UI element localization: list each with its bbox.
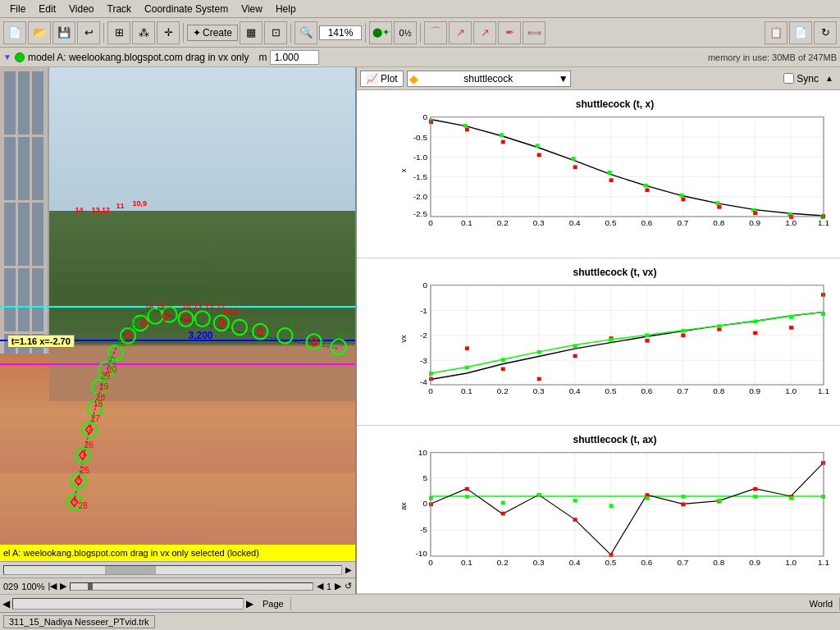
svg-text:0.4: 0.4 [569, 219, 582, 228]
svg-text:14,13,12,11: 14,13,12,11 [182, 303, 226, 312]
video-scrollbar[interactable]: ▶ [0, 561, 355, 578]
menu-video[interactable]: Video [62, 2, 100, 16]
sep5 [420, 23, 421, 43]
svg-rect-166 [537, 350, 541, 354]
plot-tab[interactable]: 📈 Plot [360, 71, 404, 87]
svg-point-15 [232, 320, 247, 336]
svg-rect-170 [681, 329, 685, 333]
menu-edit[interactable]: Edit [32, 2, 62, 16]
star-icon: ✦ [193, 27, 201, 39]
export-btn[interactable]: ⊡ [264, 21, 287, 44]
svg-text:0.3: 0.3 [533, 219, 545, 228]
measure-tool[interactable]: ⟺ [523, 21, 546, 44]
table-button[interactable]: ⊞ [107, 21, 130, 44]
arrow-tool2[interactable]: ↗ [473, 21, 496, 44]
tool2[interactable]: 0½ [394, 21, 417, 44]
svg-text:0: 0 [428, 559, 433, 568]
main-area: 3,200 14 13,12 11 10,9 [0, 67, 840, 594]
play-btn[interactable]: ▶ [60, 581, 66, 591]
svg-rect-167 [573, 344, 578, 348]
video-btn[interactable]: ▦ [240, 21, 262, 44]
m-value-input[interactable] [270, 50, 319, 65]
svg-rect-155 [573, 354, 578, 358]
status-file-btn[interactable]: 311_15_Nadiya Nesseer_PTvid.trk [3, 615, 155, 628]
tool1[interactable]: ⬤✦ [369, 21, 392, 44]
loop-btn[interactable]: ↺ [345, 581, 352, 591]
svg-rect-93 [572, 157, 576, 161]
svg-text:28: 28 [79, 501, 88, 510]
create-button[interactable]: ✦ Create [187, 25, 238, 41]
scroll-arrow-right[interactable]: ▶ [345, 565, 352, 574]
chart-tax-svg: 10 5 0 -5 -10 0 0.1 0.2 0.3 0.4 0.5 0.6 … [398, 449, 832, 568]
svg-text:0.2: 0.2 [497, 559, 509, 568]
video-status-bar: el A: weelookang.blogspot.com drag in vx… [0, 545, 355, 561]
svg-text:0.2: 0.2 [497, 386, 509, 395]
zoom-out-btn[interactable]: 🔍 [294, 21, 317, 44]
svg-text:ax: ax [399, 502, 408, 510]
m-label: m [258, 52, 267, 63]
svg-text:26: 26 [84, 440, 94, 449]
svg-rect-105 [573, 165, 578, 169]
svg-rect-165 [501, 358, 505, 362]
menubar: File Edit Video Track Coordinate System … [0, 0, 840, 18]
svg-text:1.0: 1.0 [785, 559, 797, 568]
svg-marker-27 [183, 314, 189, 322]
svg-text:1.1: 1.1 [818, 559, 829, 568]
expand-plot-btn[interactable]: ▲ [822, 71, 837, 86]
svg-rect-228 [537, 494, 541, 498]
svg-point-17 [277, 328, 292, 344]
scroll-left-arr[interactable]: ◀ [0, 598, 12, 609]
bottom-tabs: ◀ ▶ Page World [0, 594, 840, 612]
svg-rect-171 [717, 324, 721, 328]
page-tab[interactable]: Page [256, 597, 291, 610]
open-button[interactable]: 📂 [28, 21, 51, 44]
data-button[interactable]: ⁂ [132, 21, 155, 44]
svg-text:-2.5: -2.5 [413, 209, 427, 218]
svg-rect-107 [645, 188, 649, 192]
menu-help[interactable]: Help [269, 2, 303, 16]
undo-button[interactable]: ↩ [77, 21, 100, 44]
svg-text:0: 0 [422, 281, 427, 290]
svg-text:-2: -2 [420, 331, 427, 340]
plot-select-dropdown[interactable]: ◆ shuttlecock ▼ [407, 71, 571, 87]
info-btn[interactable]: 📋 [765, 21, 788, 44]
zoom-percent: 100% [21, 582, 44, 591]
curve-tool[interactable]: ⌒ [424, 21, 447, 44]
save-button[interactable]: 💾 [52, 21, 75, 44]
svg-rect-90 [463, 124, 468, 128]
fast-btn[interactable]: ▶ [335, 581, 341, 591]
new-button[interactable]: 📄 [3, 21, 26, 44]
playback-slider[interactable] [70, 582, 313, 591]
sync-checkbox[interactable] [783, 73, 794, 84]
svg-text:-5: -5 [420, 526, 427, 535]
svg-text:-2.0: -2.0 [413, 193, 427, 202]
scroll-thumb[interactable] [105, 566, 156, 574]
refresh-btn[interactable]: ↻ [814, 21, 837, 44]
menu-view[interactable]: View [235, 2, 269, 16]
svg-rect-214 [465, 487, 469, 491]
diamond-icon: ◆ [409, 72, 418, 85]
menu-track[interactable]: Track [101, 2, 139, 16]
menu-coordinate-system[interactable]: Coordinate System [138, 2, 235, 16]
svg-text:10: 10 [418, 449, 427, 457]
svg-rect-152 [465, 346, 469, 350]
bottom-scroll-track[interactable] [12, 598, 244, 609]
svg-text:25: 25 [80, 466, 89, 475]
skip-back-btn[interactable]: |◀ [48, 581, 57, 591]
crosshair-button[interactable]: ✛ [157, 21, 180, 44]
svg-text:0.5: 0.5 [605, 219, 617, 228]
scroll-right-arr[interactable]: ▶ [244, 598, 256, 609]
scroll-track[interactable] [3, 565, 342, 575]
zoom-level[interactable]: 141% [319, 25, 362, 40]
svg-rect-154 [537, 377, 541, 381]
share-btn[interactable]: 📄 [789, 21, 812, 44]
svg-rect-96 [679, 194, 683, 198]
svg-rect-109 [717, 205, 721, 209]
world-tab[interactable]: World [802, 597, 840, 610]
svg-rect-102 [465, 128, 469, 132]
arrow-tool1[interactable]: ↗ [449, 21, 472, 44]
pen-tool[interactable]: ✒ [498, 21, 521, 44]
slow-btn[interactable]: ◀ [317, 581, 323, 591]
menu-file[interactable]: File [3, 2, 32, 16]
svg-rect-233 [717, 499, 721, 503]
